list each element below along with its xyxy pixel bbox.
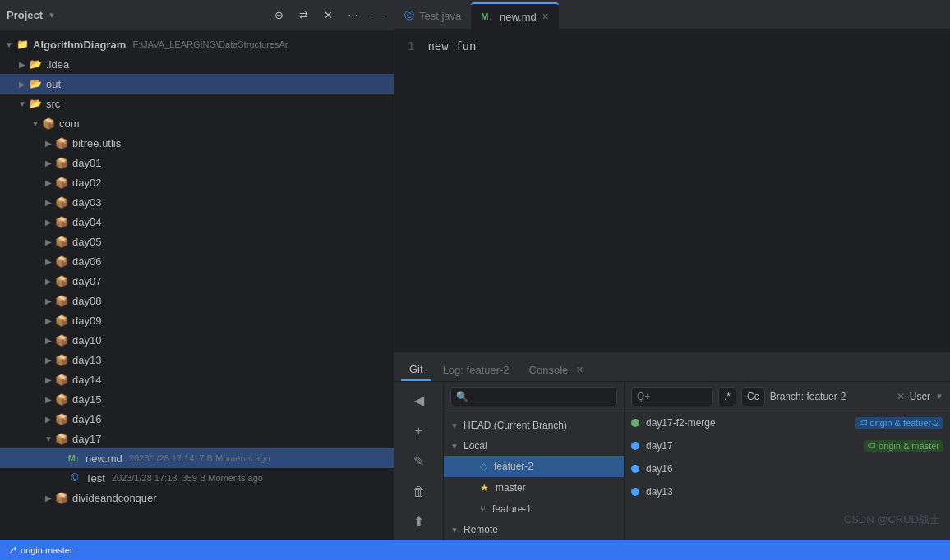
package-icon: 📦 bbox=[54, 255, 69, 268]
tree-item-divideandconquer[interactable]: ▶📦divideandconquer bbox=[0, 488, 394, 507]
bottom-tab-log-featuer2[interactable]: Log: featuer-2 bbox=[435, 358, 518, 381]
package-icon: 📦 bbox=[54, 236, 69, 248]
tree-item-day01[interactable]: ▶📦day01 bbox=[0, 153, 394, 172]
bottom-panel: GitLog: featuer-2Console✕ ◀ + ✎ 🗑 ⬆ bbox=[394, 351, 950, 540]
branch-expand: ▼ bbox=[450, 421, 460, 430]
branch-section-remote[interactable]: ▼Remote bbox=[444, 520, 624, 539]
tree-item-src[interactable]: ▼📂src bbox=[0, 94, 394, 113]
commit-row-c4[interactable]: day13 bbox=[625, 480, 950, 503]
tree-item-day14[interactable]: ▶📦day14 bbox=[0, 370, 394, 389]
regex-filter-btn[interactable]: .* bbox=[718, 387, 736, 406]
close-branch-filter-btn[interactable]: ✕ bbox=[897, 391, 905, 402]
branch-label: featuer-2 bbox=[494, 461, 533, 472]
expand-arrow: ▶ bbox=[43, 218, 54, 227]
branch-section-local[interactable]: ▼Local bbox=[444, 436, 624, 456]
git-edit-btn[interactable]: ✎ bbox=[406, 449, 432, 473]
tree-item-day03[interactable]: ▶📦day03 bbox=[0, 192, 394, 212]
expand-arrow: ▶ bbox=[43, 296, 54, 305]
editor-tab-newmd[interactable]: M↓new.md✕ bbox=[471, 2, 558, 29]
tree-item-day08[interactable]: ▶📦day08 bbox=[0, 291, 394, 310]
branch-name: origin master bbox=[21, 545, 73, 555]
tree-item-day15[interactable]: ▶📦day15 bbox=[0, 389, 394, 409]
branch-item-feature-1[interactable]: ⑂feature-1 bbox=[444, 498, 624, 520]
tree-item-newmd[interactable]: M↓new.md2023/1/28 17:14, 7 B Moments ago bbox=[0, 448, 394, 468]
package-icon: 📦 bbox=[54, 314, 69, 327]
tree-item-day10[interactable]: ▶📦day10 bbox=[0, 330, 394, 350]
bottom-tab-close[interactable]: ✕ bbox=[576, 365, 583, 375]
commit-tags: 🏷origin & master bbox=[864, 440, 943, 452]
tree-item-bitree[interactable]: ▶📦bitree.utlis bbox=[0, 133, 394, 153]
more-icon[interactable]: ⋯ bbox=[343, 6, 362, 25]
branch-head[interactable]: ▼HEAD (Current Branch) bbox=[444, 415, 624, 436]
tree-item-day16[interactable]: ▶📦day16 bbox=[0, 409, 394, 429]
commits-search-input[interactable] bbox=[631, 387, 713, 406]
git-delete-btn[interactable]: 🗑 bbox=[406, 480, 432, 503]
git-branch-status[interactable]: ⎇ origin master bbox=[7, 545, 73, 556]
tag-icon: 🏷 bbox=[860, 418, 868, 427]
status-bar: ⎇ origin master bbox=[0, 540, 950, 560]
tree-label: com bbox=[59, 117, 80, 130]
package-icon: 📦 bbox=[54, 216, 69, 228]
tree-label: divideandconquer bbox=[72, 492, 157, 504]
package-icon: 📦 bbox=[54, 374, 69, 386]
git-push-btn[interactable]: ⬆ bbox=[406, 510, 432, 534]
git-add-btn[interactable]: + bbox=[406, 419, 432, 443]
commit-row-c2[interactable]: day17🏷origin & master bbox=[625, 434, 950, 457]
add-icon[interactable]: ⊕ bbox=[269, 6, 288, 25]
tree-item-day05[interactable]: ▶📦day05 bbox=[0, 232, 394, 251]
tree-label: new.md bbox=[85, 452, 122, 465]
tree-item-idea[interactable]: ▶📂.idea bbox=[0, 54, 394, 74]
tree-label: day09 bbox=[72, 314, 101, 327]
tree-item-algorithm[interactable]: ▼📁AlgorithmDiagramF:\JAVA_LEARGING\DataS… bbox=[0, 34, 394, 54]
line-number: 1 bbox=[408, 39, 414, 53]
package-icon: 📦 bbox=[54, 275, 69, 287]
tree-item-day13[interactable]: ▶📦day13 bbox=[0, 350, 394, 370]
tree-label: Test bbox=[85, 472, 105, 484]
sync-icon[interactable]: ⇄ bbox=[293, 6, 313, 25]
branch-item-master[interactable]: ★master bbox=[444, 477, 624, 498]
tree-label: day05 bbox=[72, 236, 101, 248]
branch-icon: ⑂ bbox=[480, 503, 486, 515]
tree-item-com[interactable]: ▼📦com bbox=[0, 113, 394, 133]
tree-item-out[interactable]: ▶📂out bbox=[0, 74, 394, 94]
branch-item-featuer-2[interactable]: ◇featuer-2 bbox=[444, 456, 624, 477]
commit-row-c1[interactable]: day17-f2-merge🏷origin & featuer-2 bbox=[625, 411, 950, 434]
md-file-icon: M↓ bbox=[67, 453, 82, 463]
tree-item-day09[interactable]: ▶📦day09 bbox=[0, 310, 394, 330]
local-expand: ▼ bbox=[450, 442, 460, 451]
chevron-down-icon: ▼ bbox=[48, 11, 56, 20]
tree-item-day17[interactable]: ▼📦day17 bbox=[0, 429, 394, 448]
tree-item-day04[interactable]: ▶📦day04 bbox=[0, 212, 394, 232]
editor-tab-testjava[interactable]: ⒸTest.java bbox=[394, 2, 471, 29]
commit-dot bbox=[631, 465, 639, 473]
tree-item-test[interactable]: ©Test2023/1/28 17:13, 359 B Moments ago bbox=[0, 468, 394, 488]
tree-label: day06 bbox=[72, 255, 101, 268]
star-branch-icon: ★ bbox=[480, 482, 489, 493]
cc-btn[interactable]: Cc bbox=[741, 387, 765, 406]
main-area: Project ▼ ⊕ ⇄ ✕ ⋯ — ▼📁AlgorithmDiagramF:… bbox=[0, 0, 950, 540]
tree-label: .idea bbox=[46, 58, 69, 71]
project-icon: 📁 bbox=[15, 39, 30, 50]
minimize-icon[interactable]: — bbox=[367, 6, 387, 25]
tree-item-day06[interactable]: ▶📦day06 bbox=[0, 251, 394, 271]
tree-label: day04 bbox=[72, 216, 101, 228]
expand-arrow: ▶ bbox=[43, 336, 54, 345]
bottom-tab-console[interactable]: Console✕ bbox=[521, 358, 593, 381]
package-icon: 📦 bbox=[54, 177, 69, 189]
tree-label: day17 bbox=[72, 433, 101, 445]
tree-item-day07[interactable]: ▶📦day07 bbox=[0, 271, 394, 291]
close-icon[interactable]: ✕ bbox=[318, 6, 338, 25]
package-icon: 📦 bbox=[54, 413, 69, 425]
git-back-btn[interactable]: ◀ bbox=[406, 388, 432, 412]
file-tree: ▼📁AlgorithmDiagramF:\JAVA_LEARGING\DataS… bbox=[0, 31, 394, 540]
branch-search-input[interactable] bbox=[450, 387, 617, 406]
bottom-tab-git[interactable]: Git bbox=[401, 358, 431, 381]
app-root: Project ▼ ⊕ ⇄ ✕ ⋯ — ▼📁AlgorithmDiagramF:… bbox=[0, 0, 950, 560]
tab-close-btn[interactable]: ✕ bbox=[542, 11, 549, 22]
expand-arrow: ▶ bbox=[43, 316, 54, 325]
tree-item-day02[interactable]: ▶📦day02 bbox=[0, 172, 394, 192]
tree-label: AlgorithmDiagram bbox=[33, 39, 126, 51]
java-test-icon: © bbox=[67, 472, 82, 484]
commit-row-c3[interactable]: day16 bbox=[625, 457, 950, 480]
expand-arrow: ▶ bbox=[43, 178, 54, 187]
